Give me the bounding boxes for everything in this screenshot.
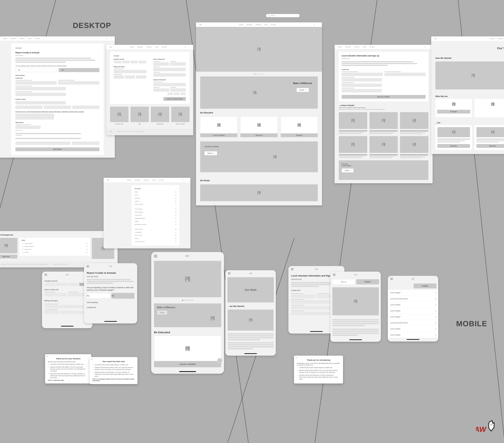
carousel-dots[interactable] [196,74,322,74]
alert-option[interactable]: Full Activation [21,242,88,245]
nav-gethelp[interactable]: Get Help [35,38,40,39]
contact-info-h: Contact Info [15,77,99,79]
settings-row[interactable]: Privacy Policy [135,228,176,231]
settings-row[interactable]: Phone Number [135,203,176,206]
tab-chapters[interactable]: Chapters [414,283,436,288]
btn-no[interactable]: No [87,293,110,299]
brand-logo: AW [476,418,496,435]
user-icon[interactable]: ◯ [106,38,108,39]
read-more[interactable]: Read More [437,144,470,148]
user-icon[interactable]: ◯ [313,24,315,25]
settings-row[interactable]: Alert settings [135,207,176,211]
settings-row[interactable]: Address [135,200,176,203]
menu-icon[interactable] [87,266,89,266]
make-plans[interactable]: Make Plans [0,255,17,258]
submit-report[interactable]: Submit Report [15,148,99,151]
menu-icon[interactable] [154,256,157,256]
screen-about-desktop: AW Donate Education Volunteer Our Work H… [431,37,504,154]
nav-donate[interactable]: Donate [3,38,7,39]
chapter-row[interactable]: Local Chapter [388,308,438,314]
promo-0[interactable]: Honorary Gifts [110,123,128,125]
settings-row[interactable]: Share Settings [135,211,176,214]
nav-about[interactable]: About [28,38,32,39]
search-pill[interactable]: Search [266,14,300,17]
close-icon[interactable]: ✕ [91,358,92,360]
nav-volunteer[interactable]: Volunteer [146,46,152,48]
tile-lessons[interactable]: Lessons / Activities [200,133,237,137]
alert-option[interactable]: Raised Alert [21,248,88,251]
m-donate-btn[interactable]: Donate [157,311,167,314]
nav-about[interactable]: About [155,46,158,48]
settings-row[interactable]: Name [135,190,176,193]
how-started: How We Started [431,57,504,59]
search-icon[interactable]: ⌕ [111,38,112,39]
settings-row[interactable]: Password [135,197,176,200]
chapter-row[interactable]: Local Chapter [388,332,438,338]
incident-location: Incident Location [15,99,99,100]
nav-donate[interactable]: Donate [130,46,134,48]
settings-row[interactable]: Learn more about… [135,240,176,243]
menu-icon[interactable] [291,269,293,269]
nav-volunteer[interactable]: Volunteer [19,38,25,39]
search-icon[interactable]: ⌕ [189,46,190,48]
tile-resources[interactable]: Resources [240,133,277,137]
chapter-row[interactable]: Local Chapter [388,290,438,296]
our-work: Our Work [431,46,504,50]
signup-volunteer[interactable]: Sign up to Volunteer [342,95,426,99]
chapter-row[interactable]: Local Law Enforcement [388,296,438,302]
locate-btn[interactable]: Locate [342,168,354,172]
promo-3[interactable]: Ways to Support [171,123,190,125]
settings-row[interactable]: Terms of Use [135,234,176,237]
m-how-started: …ow We Started [225,303,276,309]
volunteers-block: Volunteers Needed Sign Up [200,141,318,172]
chapter-row[interactable]: Local Chapter [388,302,438,308]
settings-row[interactable]: Accessibility [135,231,176,234]
carousel-dots[interactable] [151,300,224,301]
btn-yes[interactable]: Yes [111,293,134,299]
tab-chapters[interactable]: Chapters [356,279,379,284]
nav-education[interactable]: Education [11,38,16,39]
settings-row[interactable]: Kids profiles [135,214,176,217]
modal-thanks-donation: ✕ Thank you for your donation Here are s… [45,354,91,384]
settings-row[interactable]: Email [135,193,176,197]
chapter-row[interactable]: Local Chapter [388,314,438,320]
brand[interactable]: AW [109,46,112,48]
settings-row[interactable]: Log out [135,237,176,240]
nav-gethelp[interactable]: Get Help [162,46,167,48]
m-question: Are you reporting a case of cruelty to a… [87,286,134,291]
menu-icon[interactable] [228,273,231,274]
alert-option[interactable]: Partial Activation [21,245,88,248]
settings-row[interactable]: Language settings [135,217,176,220]
chapter-row[interactable]: Local Law Enforcement [388,320,438,326]
promo-2[interactable]: Membership [151,123,169,125]
info-fab[interactable]: i [217,358,222,363]
m-hero-title: Make a Difference [157,306,175,309]
hero-donate[interactable]: Donate [297,88,309,92]
btn-yes[interactable]: Yes [59,68,99,72]
chapter-row[interactable]: Local Chapter [388,326,438,332]
volunteers-title: Volunteers Needed [204,146,219,148]
tile-programs[interactable]: Programs [281,133,318,137]
who-we-are: Who We Are [431,95,504,97]
search-icon[interactable]: ⌕ [318,24,319,25]
m-tile-lessons[interactable]: Lessons / Activities [154,361,221,367]
local-vol-phone: 000-000-0000 [342,58,426,59]
tab-signup[interactable]: Sign Up [332,279,355,284]
settings-row[interactable]: Membership settings [135,223,176,226]
account-title: Account [15,47,99,49]
confirm-donation[interactable]: Confirm & Submit Donation [163,97,186,101]
alert-option[interactable]: Normal [21,251,88,254]
nav-education[interactable]: Education [137,46,143,48]
report-phone: 000-000-0000 [15,55,99,56]
donate-title: Donate [114,55,186,57]
settings-row[interactable]: Region [135,220,176,223]
news: …ws [431,121,504,124]
close-icon[interactable]: ✕ [295,357,297,359]
menu-icon[interactable] [45,275,47,275]
btn-no[interactable]: No [15,68,56,72]
close-icon[interactable]: ✕ [47,355,48,357]
user-icon[interactable]: ◯ [185,46,186,48]
signup-btn[interactable]: Sign Up [204,151,217,155]
promo-1[interactable]: Wills [130,123,149,125]
financials-card[interactable]: Financials [435,99,472,117]
